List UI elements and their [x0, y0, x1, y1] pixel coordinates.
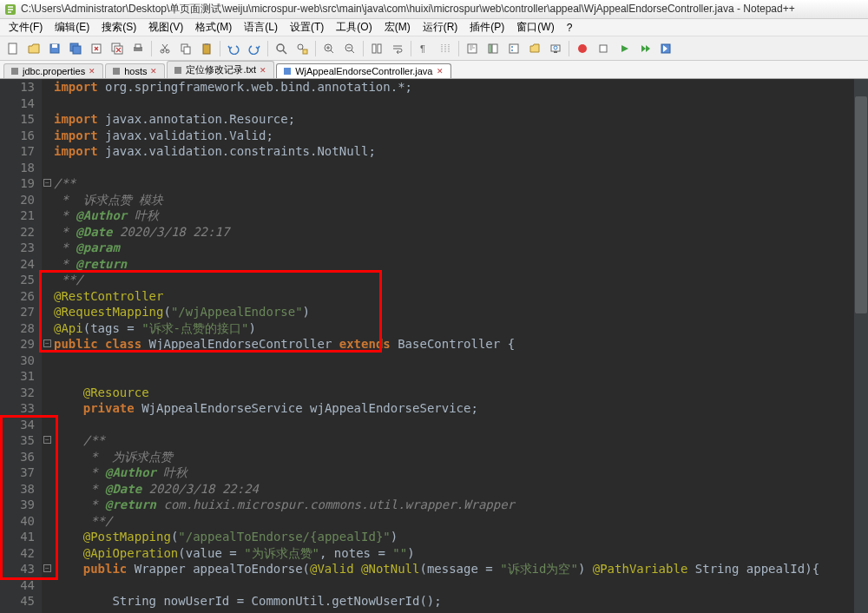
- undo-button[interactable]: [224, 39, 243, 58]
- menu-item[interactable]: 运行(R): [418, 18, 464, 36]
- record-button[interactable]: [573, 39, 592, 58]
- stop-button[interactable]: [594, 39, 613, 58]
- code-line[interactable]: * @Author 叶秋: [54, 208, 868, 224]
- code-line[interactable]: [54, 417, 868, 433]
- close-tab-icon[interactable]: ✕: [437, 67, 445, 76]
- menubar: 文件(F)编辑(E)搜索(S)视图(V)格式(M)语言(L)设置(T)工具(O)…: [0, 19, 868, 36]
- code-line[interactable]: * @Author 叶秋: [54, 465, 868, 481]
- paste-button[interactable]: [197, 39, 216, 58]
- fold-toggle[interactable]: −: [43, 564, 51, 572]
- file-tab[interactable]: jdbc.properties✕: [3, 63, 103, 78]
- code-line[interactable]: @ApiOperation(value = "为诉求点赞", notes = "…: [54, 545, 868, 562]
- menu-item[interactable]: 设置(T): [285, 18, 329, 36]
- word-wrap-button[interactable]: [388, 39, 407, 58]
- close-button[interactable]: [87, 39, 106, 58]
- fold-toggle[interactable]: −: [43, 436, 51, 444]
- play-multi-button[interactable]: [635, 39, 654, 58]
- close-tab-icon[interactable]: ✕: [89, 67, 97, 76]
- app-icon: [3, 3, 17, 16]
- code-line[interactable]: * @param: [54, 240, 868, 256]
- vertical-scrollbar[interactable]: [854, 79, 868, 613]
- new-file-button[interactable]: [3, 39, 23, 58]
- menu-item[interactable]: 视图(V): [143, 18, 188, 36]
- redo-button[interactable]: [245, 39, 264, 58]
- code-line[interactable]: @RequestMapping("/wjAppealEndorse"): [54, 304, 868, 320]
- menu-item[interactable]: 格式(M): [190, 18, 237, 36]
- code-line[interactable]: @Api(tags = "诉求-点赞的接口"): [54, 320, 868, 337]
- code-line[interactable]: [54, 577, 868, 594]
- menu-item[interactable]: ?: [562, 20, 578, 36]
- code-line[interactable]: * 诉求点赞 模块: [54, 192, 868, 208]
- code-line[interactable]: /**: [54, 175, 868, 192]
- show-symbol-button[interactable]: ¶: [415, 39, 434, 58]
- code-line[interactable]: * @return: [54, 256, 868, 273]
- code-line[interactable]: [54, 96, 868, 112]
- file-tab[interactable]: hosts✕: [105, 63, 165, 78]
- code-line[interactable]: [54, 353, 868, 369]
- svg-rect-28: [510, 44, 518, 53]
- svg-rect-38: [113, 68, 120, 75]
- menu-item[interactable]: 宏(M): [379, 18, 416, 36]
- indent-guide-button[interactable]: [436, 39, 455, 58]
- menu-item[interactable]: 插件(P): [464, 18, 510, 36]
- code-line[interactable]: @RestController: [54, 288, 868, 305]
- copy-button[interactable]: [176, 39, 195, 58]
- file-tab[interactable]: 定位修改记录.txt✕: [167, 61, 274, 78]
- code-line[interactable]: * @Date 2020/3/18 22:24: [54, 481, 868, 498]
- func-list-button[interactable]: [504, 39, 523, 58]
- doc-map-button[interactable]: [463, 39, 482, 58]
- scrollbar-thumb[interactable]: [855, 96, 867, 313]
- code-line[interactable]: public Wrapper appealToEndorse(@Valid @N…: [54, 561, 868, 577]
- play-button[interactable]: [615, 39, 634, 58]
- doc-list-button[interactable]: [483, 39, 503, 58]
- line-number: 27: [0, 304, 35, 320]
- code-line[interactable]: private WjAppealEndorseService wjAppealE…: [54, 400, 868, 417]
- close-tab-icon[interactable]: ✕: [260, 66, 268, 75]
- code-line[interactable]: import org.springframework.web.bind.anno…: [54, 79, 868, 96]
- code-line[interactable]: [54, 368, 868, 385]
- code-line[interactable]: * @Date 2020/3/18 22:17: [54, 224, 868, 241]
- menu-item[interactable]: 搜索(S): [96, 18, 141, 36]
- code-line[interactable]: * @return com.huixi.microspur.commons.ut…: [54, 497, 868, 513]
- code-line[interactable]: import javax.annotation.Resource;: [54, 111, 868, 128]
- menu-item[interactable]: 编辑(E): [49, 18, 95, 36]
- code-line[interactable]: String nowUserId = CommonUtil.getNowUser…: [54, 593, 868, 610]
- code-line[interactable]: * 为诉求点赞: [54, 449, 868, 465]
- menu-item[interactable]: 窗口(W): [511, 18, 559, 36]
- code-line[interactable]: **/: [54, 272, 868, 288]
- code-line[interactable]: import javax.validation.Valid;: [54, 128, 868, 144]
- svg-rect-39: [174, 67, 181, 74]
- fold-toggle[interactable]: −: [43, 179, 51, 187]
- code-line[interactable]: import javax.validation.constraints.NotN…: [54, 143, 868, 160]
- line-number: 31: [0, 368, 35, 385]
- code-line[interactable]: public class WjAppealEndorseController e…: [54, 336, 868, 353]
- close-all-button[interactable]: [108, 39, 127, 58]
- fold-toggle[interactable]: −: [43, 339, 51, 347]
- save-macro-button[interactable]: [656, 39, 675, 58]
- print-button[interactable]: [128, 39, 148, 58]
- zoom-in-button[interactable]: [319, 39, 339, 58]
- close-tab-icon[interactable]: ✕: [150, 67, 159, 76]
- menu-item[interactable]: 语言(L): [239, 18, 283, 36]
- zoom-out-button[interactable]: [340, 39, 359, 58]
- file-tab[interactable]: WjAppealEndorseController.java✕: [276, 63, 450, 78]
- save-all-button[interactable]: [66, 39, 85, 58]
- folder-button[interactable]: [525, 39, 544, 58]
- open-file-button[interactable]: [24, 39, 43, 58]
- fold-column: −−−−: [42, 79, 54, 613]
- cut-button[interactable]: [155, 39, 174, 58]
- menu-item[interactable]: 文件(F): [3, 18, 48, 36]
- code-line[interactable]: @Resource: [54, 385, 868, 401]
- menu-item[interactable]: 工具(O): [331, 18, 377, 36]
- code-line[interactable]: [54, 160, 868, 176]
- code-content[interactable]: import org.springframework.web.bind.anno…: [54, 79, 868, 613]
- replace-button[interactable]: [293, 39, 312, 58]
- save-button[interactable]: [45, 39, 64, 58]
- monitor-button[interactable]: [546, 39, 565, 58]
- find-button[interactable]: [272, 39, 291, 58]
- code-line[interactable]: @PostMapping("/appealToEndorse/{appealId…: [54, 529, 868, 545]
- tab-label: WjAppealEndorseController.java: [295, 66, 432, 76]
- code-line[interactable]: /**: [54, 432, 868, 449]
- sync-scroll-button[interactable]: [367, 39, 386, 58]
- code-line[interactable]: **/: [54, 513, 868, 530]
